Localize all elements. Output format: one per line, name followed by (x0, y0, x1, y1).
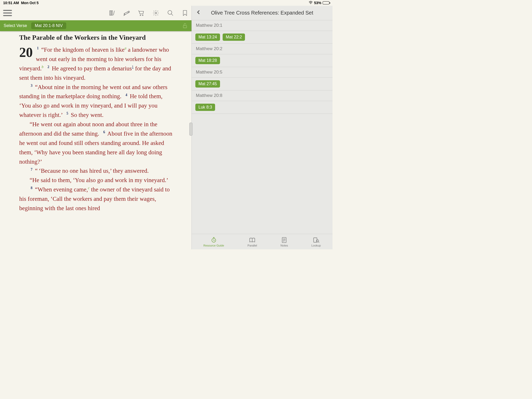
verse-selector-bar: Select Verse Mat 20:1-8 NIV (0, 20, 191, 31)
tab-label: Notes (281, 244, 288, 247)
verse-text: “He said to them, ‘You also go and work … (30, 177, 168, 183)
xref-tag[interactable]: Mat 13:24 (195, 34, 220, 41)
scripture-content[interactable]: The Parable of the Workers in the Vineya… (0, 31, 191, 249)
tab-label: Parallel (248, 244, 257, 247)
library-icon[interactable] (109, 10, 116, 16)
svg-point-6 (155, 12, 157, 14)
bookmark-icon[interactable] (182, 10, 188, 16)
highlight-icon[interactable] (123, 10, 130, 16)
reading-pane: Select Verse Mat 20:1-8 NIV The Parable … (0, 6, 191, 249)
xref-section-header: Matthew 20:5 (192, 67, 332, 78)
verse-text: He agreed to pay them a denarius (52, 65, 132, 72)
tab-label: Lookup (311, 244, 321, 247)
right-pane-title: Olive Tree Cross References: Expanded Se… (192, 10, 332, 16)
svg-rect-1 (110, 11, 111, 15)
cross-reference-list[interactable]: Matthew 20:1Mat 13:24Mat 22:2Matthew 20:… (192, 20, 332, 234)
svg-point-0 (310, 4, 311, 4)
tab-lookup[interactable]: Lookup (311, 237, 321, 247)
xref-tag-row: Luk 8:3 (192, 101, 332, 114)
cart-icon[interactable] (138, 10, 145, 16)
xref-tag-row: Mat 13:24Mat 22:2 (192, 31, 332, 44)
status-bar: 10:51 AM Mon Oct 5 53% (0, 0, 332, 6)
svg-line-8 (171, 14, 173, 16)
xref-tag[interactable]: Mat 27:45 (195, 80, 220, 88)
battery-percent: 53% (314, 1, 321, 5)
battery-icon (323, 1, 329, 4)
verse-text: “For the kingdom of heaven is like (41, 46, 125, 53)
verse-reference-pill[interactable]: Mat 20:1-8 NIV (31, 22, 66, 29)
svg-line-3 (113, 11, 114, 15)
verse-text: So they went. (71, 112, 104, 118)
xref-section-header: Matthew 20:1 (192, 20, 332, 31)
pane-divider-handle[interactable] (189, 123, 192, 136)
verse-number: 5 (66, 111, 68, 115)
svg-point-7 (168, 10, 172, 14)
xref-section-header: Matthew 20:2 (192, 44, 332, 54)
xref-tag[interactable]: Mat 22:2 (223, 34, 245, 41)
status-time: 10:51 AM (3, 1, 19, 5)
svg-rect-2 (111, 11, 112, 15)
verse-number: 2 (48, 65, 49, 69)
tab-parallel[interactable]: Parallel (248, 237, 257, 247)
select-verse-button[interactable]: Select Verse (4, 23, 27, 28)
wifi-icon (309, 1, 313, 5)
xref-tag-row: Mat 18:28 (192, 54, 332, 67)
cross-reference-pane: Olive Tree Cross References: Expanded Se… (191, 6, 332, 249)
verse-number: 7 (31, 168, 32, 171)
passage-title: The Parable of the Workers in the Vineya… (19, 34, 173, 42)
status-date: Mon Oct 5 (21, 1, 39, 5)
lock-icon[interactable] (182, 23, 188, 29)
svg-point-5 (142, 15, 143, 16)
xref-tag[interactable]: Luk 8:3 (195, 104, 215, 111)
svg-point-4 (140, 15, 141, 16)
tab-resource-guide[interactable]: Resource Guide (203, 237, 224, 247)
toolbar (0, 6, 191, 20)
verse-number: 8 (31, 186, 32, 190)
svg-point-16 (316, 240, 319, 242)
verse-number: 1 (37, 46, 39, 50)
search-icon[interactable] (167, 10, 174, 16)
verse-number: 4 (125, 93, 127, 97)
tab-notes[interactable]: Notes (281, 237, 288, 247)
verse-number: 3 (31, 84, 32, 88)
settings-icon[interactable] (152, 10, 159, 16)
xref-tag[interactable]: Mat 18:28 (195, 57, 220, 64)
svg-line-17 (318, 242, 319, 242)
back-icon[interactable] (196, 10, 201, 16)
footnote-marker[interactable]: b (42, 65, 43, 69)
right-pane-header: Olive Tree Cross References: Expanded Se… (192, 6, 332, 20)
tab-label: Resource Guide (203, 244, 224, 247)
xref-tag-row: Mat 27:45 (192, 78, 332, 90)
verse-number: 6 (103, 130, 105, 134)
xref-section-header: Matthew 20:8 (192, 90, 332, 101)
menu-icon[interactable] (3, 10, 12, 16)
svg-rect-9 (183, 25, 187, 28)
verse-text: “ ‘Because no one has hired us,’ they an… (35, 168, 149, 174)
verse-text: “When evening came, (35, 186, 88, 193)
bottom-tab-bar: Resource Guide Parallel Notes Lookup (192, 234, 332, 249)
chapter-number: 20 (19, 46, 33, 59)
